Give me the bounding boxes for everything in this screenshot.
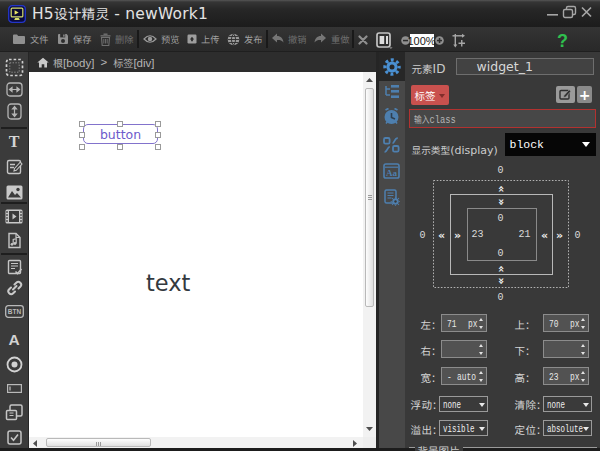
display-type-select[interactable]: block (505, 133, 596, 156)
stepper-arrows[interactable] (580, 317, 586, 329)
vertical-scroll-thumb[interactable] (365, 88, 375, 307)
save-button[interactable]: 保存 (57, 27, 91, 51)
padding-bottom-increase[interactable]: « (494, 265, 507, 272)
scroll-right-arrow[interactable] (353, 440, 357, 447)
tool-input-box[interactable] (0, 378, 28, 400)
clear-zoom-icon[interactable] (358, 35, 368, 45)
upload-button[interactable]: 上传 (187, 27, 219, 51)
margin-top-value[interactable]: 0 (497, 165, 503, 176)
tool-image[interactable] (0, 181, 28, 203)
undo-button[interactable]: 撤销 (271, 27, 306, 51)
selection-handle-n[interactable] (117, 121, 123, 127)
restore-button[interactable] (562, 4, 578, 20)
position-select[interactable]: absolute (543, 420, 593, 436)
tool-audio[interactable] (0, 229, 28, 251)
horizontal-scroll-thumb[interactable] (46, 438, 151, 447)
breadcrumb-root[interactable]: 根[body] (53, 55, 94, 70)
selected-button-element[interactable]: button (83, 124, 158, 144)
minimize-button[interactable] (545, 4, 561, 20)
tool-video[interactable] (0, 205, 28, 227)
width-field-input[interactable]: -auto (441, 367, 487, 385)
tab-settings[interactable] (379, 52, 405, 81)
content-right-value[interactable]: 21 (518, 229, 530, 240)
padding-bottom-value[interactable]: 0 (497, 248, 503, 259)
selection-handle-s[interactable] (117, 144, 123, 150)
tool-checkbox[interactable] (0, 426, 28, 448)
tool-window[interactable] (0, 401, 28, 423)
selection-handle-w[interactable] (79, 132, 85, 138)
selection-handle-e[interactable] (155, 132, 161, 138)
preview-button[interactable]: 预览 (143, 27, 179, 51)
tab-toggles[interactable] (379, 131, 405, 159)
design-canvas[interactable]: button text (29, 72, 363, 437)
add-class-button[interactable]: + (577, 86, 592, 103)
margin-bottom-value[interactable]: 0 (497, 292, 503, 303)
zoom-in-icon[interactable] (435, 36, 444, 45)
caret-down-icon (583, 427, 589, 431)
tool-rich-edit[interactable] (0, 155, 28, 177)
horizontal-scrollbar[interactable] (29, 437, 363, 449)
class-input[interactable]: 输入class (409, 109, 596, 128)
bottom-field-input[interactable] (543, 340, 589, 358)
tool-hyperlink[interactable] (0, 277, 28, 299)
float-select[interactable]: none (439, 396, 489, 412)
selection-handle-sw[interactable] (79, 144, 85, 150)
stepper-arrows[interactable] (580, 370, 586, 382)
stepper-arrows[interactable] (478, 343, 484, 355)
zoom-level-input[interactable]: 100% (410, 34, 434, 47)
selection-handle-nw[interactable] (79, 121, 85, 127)
tool-form-memo[interactable] (0, 256, 28, 278)
toolbar-separator (352, 30, 354, 48)
tool-v-spacer[interactable] (0, 100, 28, 122)
top-field-input[interactable]: 70px (543, 314, 589, 332)
tool-div-container[interactable] (0, 56, 28, 78)
tag-dropdown-button[interactable]: 标签 (411, 85, 449, 105)
publish-button[interactable]: 发布 (227, 27, 262, 51)
element-id-input[interactable]: widget_1 (456, 58, 594, 75)
right-field-input[interactable] (441, 340, 487, 358)
tab-text-style[interactable]: Aa (379, 157, 405, 185)
margin-left-decrease[interactable]: « (438, 229, 445, 242)
breadcrumb-current[interactable]: 标签[div] (113, 55, 154, 70)
stepper-arrows[interactable] (478, 370, 484, 382)
resize-canvas-icon[interactable] (451, 33, 466, 48)
selection-handle-ne[interactable] (155, 121, 161, 127)
close-button[interactable] (579, 4, 595, 20)
overflow-select[interactable]: visible (439, 420, 489, 436)
text-element[interactable]: text (146, 270, 190, 296)
stepper-arrows[interactable] (580, 343, 586, 355)
scroll-left-arrow[interactable] (33, 440, 37, 447)
tool-radio[interactable] (0, 353, 28, 375)
tab-timing[interactable] (379, 103, 405, 131)
height-field-input[interactable]: 23px (543, 367, 589, 385)
vertical-scrollbar[interactable] (363, 72, 376, 437)
stepper-arrows[interactable] (478, 317, 484, 329)
redo-button[interactable]: 重做 (314, 27, 349, 51)
help-button[interactable]: ? (557, 31, 568, 52)
width-field-label: 宽: (421, 370, 437, 385)
file-button[interactable]: 文件 (12, 27, 48, 51)
device-view-icon[interactable] (376, 32, 393, 49)
tab-doc-settings[interactable] (379, 184, 405, 212)
scroll-up-arrow[interactable] (366, 78, 373, 82)
padding-left-increase[interactable]: » (454, 229, 461, 242)
margin-left-value[interactable]: 0 (419, 230, 425, 241)
padding-top-value[interactable]: 0 (497, 213, 503, 224)
tool-button-widget[interactable]: BTN (0, 300, 28, 322)
margin-bottom-decrease[interactable]: » (494, 277, 507, 284)
delete-button[interactable]: 删除 (100, 27, 133, 51)
clear-select[interactable]: none (543, 396, 593, 412)
selection-handle-se[interactable] (155, 144, 161, 150)
margin-right-value[interactable]: 0 (574, 230, 580, 241)
tool-h-spacer[interactable] (0, 78, 28, 100)
margin-top-decrease[interactable]: « (494, 185, 507, 192)
margin-right-decrease[interactable]: » (556, 229, 563, 242)
padding-right-increase[interactable]: « (541, 229, 548, 242)
tool-text[interactable]: T (0, 130, 28, 152)
scroll-down-arrow[interactable] (366, 427, 373, 431)
tool-font[interactable]: A (0, 327, 28, 349)
edit-class-button[interactable] (556, 86, 575, 103)
content-left-value[interactable]: 23 (471, 229, 483, 240)
left-field-input[interactable]: 71px (441, 314, 487, 332)
home-icon[interactable] (37, 57, 49, 68)
